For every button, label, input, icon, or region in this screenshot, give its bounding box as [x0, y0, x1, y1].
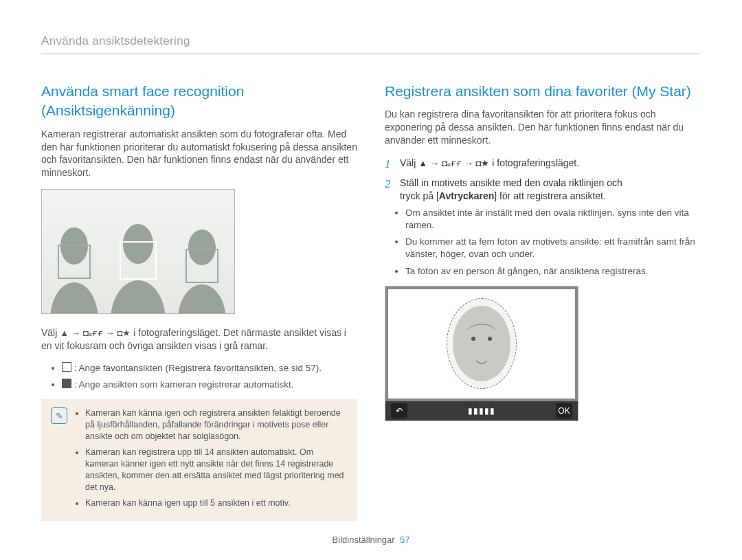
text: Ställ in motivets ansikte med den ovala … [400, 177, 622, 188]
right-bullets: Om ansiktet inte är inställt med den ova… [385, 207, 701, 278]
shutter-key: Avtryckaren [439, 190, 494, 201]
face-off-icon: ◘ₒғғ [442, 158, 462, 168]
oval-guide-icon [447, 298, 517, 389]
note-marker-icon: ✎ [51, 407, 67, 424]
right-intro: Du kan registrera dina favoritansikten f… [385, 108, 701, 147]
face-off-icon: ◘ₒғғ [83, 328, 103, 338]
figure-faces-group [41, 189, 235, 314]
face-star-icon: ◘★ [117, 328, 131, 338]
step-1: 1 Välj ▲ → ◘ₒғғ → ◘★ i fotograferingsläg… [385, 157, 701, 172]
up-triangle-icon: ▲ [418, 158, 427, 168]
page-number: 57 [400, 535, 409, 545]
text: : Ange favoritansikten (Registrera favor… [71, 363, 322, 373]
left-heading: Använda smart face recognition (Ansiktsi… [41, 82, 357, 121]
left-column: Använda smart face recognition (Ansiktsi… [41, 82, 357, 521]
left-select-text: Välj ▲ → ◘ₒғғ → ◘★ i fotograferingsläget… [41, 326, 357, 352]
registered-face-icon [447, 299, 516, 388]
list-item: : Ange ansikten som kameran registrerar … [62, 379, 357, 391]
figure-face-register: ↶ ▮▮▮▮▮ OK [385, 286, 578, 421]
back-button[interactable]: ↶ [391, 403, 407, 418]
svg-point-1 [471, 337, 475, 341]
arrow-icon: → [464, 158, 473, 168]
filled-box-icon [62, 379, 71, 388]
focus-frame-white-icon [120, 241, 157, 280]
empty-box-icon [62, 362, 71, 372]
right-heading: Registrera ansikten som dina favoriter (… [385, 82, 701, 101]
right-column: Registrera ansikten som dina favoriter (… [385, 82, 701, 521]
step-2: 2 Ställ in motivets ansikte med den oval… [385, 177, 701, 203]
list-item: Om ansiktet inte är inställt med den ova… [405, 207, 701, 232]
svg-point-2 [488, 337, 492, 341]
note-box: ✎ Kameran kan känna igen och registrera … [41, 399, 357, 521]
up-triangle-icon: ▲ [60, 328, 69, 338]
note-item: Kameran kan registrera upp till 14 ansik… [85, 447, 348, 493]
page-footer: Bildinställningar 57 [0, 535, 742, 545]
list-item: Ta foton av en person åt gången, när ans… [405, 265, 701, 278]
text: tryck på [ [400, 190, 439, 201]
progress-gauge: ▮▮▮▮▮ [468, 406, 495, 416]
text: i fotograferingsläget. [492, 157, 579, 168]
header-breadcrumb: Använda ansiktsdetektering [41, 34, 701, 54]
text: : Ange ansikten som kameran registrerar … [71, 379, 293, 390]
content-columns: Använda smart face recognition (Ansiktsi… [41, 82, 701, 521]
left-intro: Kameran registrerar automatiskt ansikten… [41, 128, 357, 180]
list-item: : Ange favoritansikten (Registrera favor… [62, 362, 357, 374]
face-star-icon: ◘★ [476, 158, 490, 168]
left-bullets: : Ange favoritansikten (Registrera favor… [41, 362, 357, 391]
step-number: 1 [385, 157, 394, 172]
svg-point-0 [453, 306, 510, 381]
text: ] för att registrera ansiktet. [494, 190, 606, 201]
focus-frame-gray-icon [58, 245, 91, 279]
note-item: Kameran kan känna igen upp till 5 ansikt… [85, 497, 348, 509]
arrow-icon: → [106, 328, 115, 338]
note-item: Kameran kan känna igen och registrera an… [85, 407, 348, 443]
arrow-icon: → [71, 328, 80, 338]
ok-button[interactable]: OK [556, 403, 572, 418]
arrow-icon: → [430, 158, 439, 168]
text: Välj [400, 157, 418, 168]
focus-frame-gray-icon [186, 249, 218, 283]
list-item: Du kommer att ta fem foton av motivets a… [405, 236, 701, 260]
text: Välj [41, 327, 60, 338]
footer-section: Bildinställningar [333, 535, 395, 545]
step-number: 2 [385, 177, 394, 192]
